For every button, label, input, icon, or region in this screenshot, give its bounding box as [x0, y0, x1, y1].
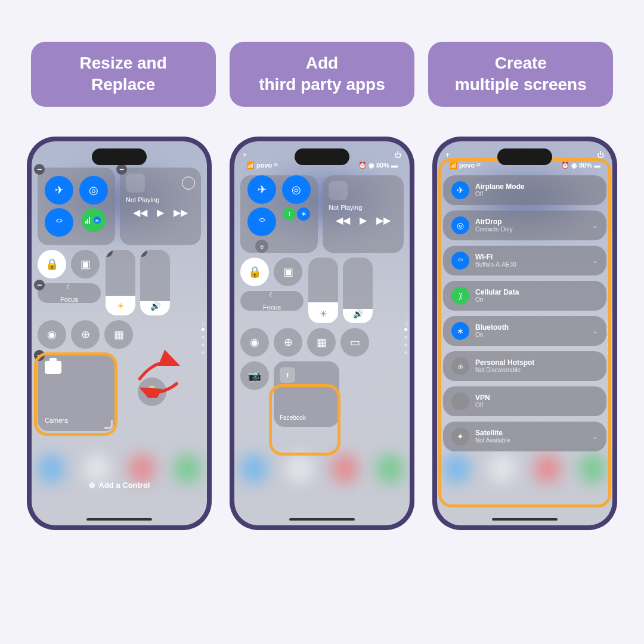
- airdrop-icon[interactable]: ◎: [79, 176, 108, 205]
- connectivity-tile[interactable]: − ✈ ◎ ⌔ ∗: [38, 168, 115, 245]
- airplane-icon[interactable]: ✈: [247, 175, 276, 204]
- status-right: ⏰ ◉ 80% ▬: [561, 162, 600, 169]
- row-title: Personal Hotspot: [475, 358, 598, 367]
- row-title: Wi-Fi: [475, 253, 586, 261]
- row-subtitle: Contacts Only: [475, 226, 586, 233]
- row-title: VPN: [475, 394, 598, 402]
- row-title: AirDrop: [475, 218, 586, 226]
- dynamic-island: [92, 148, 147, 165]
- row-title: Airplane Mode: [475, 182, 598, 191]
- dynamic-island: [295, 148, 349, 165]
- media-status-label: Not Playing: [329, 204, 398, 211]
- low-power-icon[interactable]: −🔋: [138, 377, 166, 406]
- cellular-bluetooth-icon[interactable]: ∗: [82, 208, 106, 232]
- phone-mockup-1: − ✈ ◎ ⌔ ∗ − Not Playin: [27, 137, 212, 530]
- facebook-icon: f: [280, 367, 295, 383]
- battery-icon[interactable]: ▭: [340, 328, 369, 357]
- row-icon: ✈: [451, 181, 469, 199]
- connectivity-row-personal-hotspot[interactable]: ⍟Personal HotspotNot Discoverable: [443, 351, 606, 381]
- page-indicator: ♡ ⟩⟩: [404, 312, 407, 354]
- moon-icon: ☾: [66, 283, 72, 291]
- row-subtitle: Off: [475, 402, 598, 408]
- facebook-tile[interactable]: f Facebook: [274, 361, 339, 427]
- play-icon[interactable]: ▶: [157, 207, 164, 218]
- connectivity-row-wi-fi[interactable]: ⌔Wi-FiBuffalo-A-AE30⌄: [443, 246, 606, 275]
- resize-handle-icon[interactable]: [104, 420, 113, 429]
- chevron-updown-icon: ⌄: [592, 327, 598, 335]
- connectivity-list: ✈Airplane ModeOff◎AirDropContacts Only⌄⌔…: [443, 175, 606, 451]
- heading-multiple-screens: Create multiple screens: [428, 42, 613, 107]
- camera-icon[interactable]: 📷: [240, 361, 269, 390]
- connectivity-tile[interactable]: ✈ ◎ ⌔ ⁞ ∗ ⍟: [240, 175, 318, 253]
- plus-icon: ⊕: [89, 481, 95, 490]
- airdrop-icon[interactable]: ◎: [282, 175, 311, 204]
- row-icon: ◎: [451, 216, 469, 234]
- forward-icon[interactable]: ▶▶: [174, 207, 188, 218]
- row-icon: ∗: [451, 322, 469, 340]
- hotspot-icon[interactable]: ⍟: [255, 240, 268, 253]
- rewind-icon[interactable]: ◀◀: [336, 215, 350, 226]
- add-control-button[interactable]: ⊕ Add a Control: [89, 481, 150, 490]
- connectivity-row-vpn[interactable]: VPNOff: [443, 386, 606, 416]
- row-icon: ⁒: [451, 287, 469, 305]
- heading-third-party: Add third party apps: [230, 42, 414, 107]
- heading-resize-replace: Resize and Replace: [31, 42, 216, 107]
- chevron-updown-icon: ⌄: [592, 256, 598, 265]
- rotation-lock-icon[interactable]: 🔒: [240, 258, 269, 286]
- row-icon: [451, 392, 469, 410]
- svg-rect-0: [85, 221, 86, 224]
- row-title: Cellular Data: [475, 288, 598, 296]
- focus-tile[interactable]: − ☾ Focus: [38, 283, 101, 303]
- remove-badge-icon[interactable]: −: [116, 164, 127, 175]
- screen-mirror-icon[interactable]: −▣: [71, 250, 100, 278]
- row-icon: ⍟: [451, 357, 469, 375]
- svg-text:∗: ∗: [95, 218, 100, 224]
- magnifier-icon[interactable]: ⊕: [274, 328, 302, 357]
- calculator-icon[interactable]: −▦: [104, 320, 133, 349]
- row-title: Satellite: [475, 429, 586, 437]
- page-indicator: ♡ ⟩⟩: [607, 312, 610, 354]
- magnifier-icon[interactable]: −⊕: [71, 320, 100, 349]
- row-icon: ✦: [451, 428, 469, 445]
- page-indicator: ♡ ⟩⟩: [202, 312, 205, 354]
- brightness-slider[interactable]: −☀: [106, 250, 135, 315]
- rewind-icon[interactable]: ◀◀: [133, 207, 147, 218]
- record-icon[interactable]: ◉: [240, 328, 269, 357]
- calculator-icon[interactable]: ▦: [307, 328, 336, 357]
- airplane-icon[interactable]: ✈: [45, 176, 73, 205]
- connectivity-row-cellular-data[interactable]: ⁒Cellular DataOn: [443, 281, 606, 311]
- remove-badge-icon[interactable]: −: [34, 164, 45, 175]
- connectivity-row-bluetooth[interactable]: ∗BluetoothOn⌄: [443, 316, 606, 346]
- volume-slider[interactable]: −🔊: [140, 250, 170, 315]
- status-left: 📶 povo ⌔: [246, 162, 278, 169]
- camera-icon: [45, 361, 61, 374]
- chevron-updown-icon: ⌄: [592, 432, 598, 441]
- volume-slider[interactable]: 🔊: [343, 258, 373, 323]
- rotation-lock-icon[interactable]: −🔒: [38, 250, 66, 278]
- status-left: 📶 povo ⌔: [449, 162, 481, 169]
- row-subtitle: Not Discoverable: [475, 367, 598, 373]
- record-icon[interactable]: −◉: [38, 320, 66, 349]
- connectivity-row-airdrop[interactable]: ◎AirDropContacts Only⌄: [443, 210, 606, 240]
- phone-mockup-2: + ⏻ 📶 povo ⌔ ⏰ ◉ 80% ▬ ✈ ◎ ⌔ ⁞ ∗: [230, 137, 414, 530]
- bluetooth-icon[interactable]: ∗: [297, 208, 310, 221]
- play-icon[interactable]: ▶: [360, 215, 367, 226]
- media-tile[interactable]: Not Playing ◀◀ ▶ ▶▶: [323, 175, 404, 253]
- phone-mockup-3: + ⏻ 📶 povo ⌔ ⏰ ◉ 80% ▬ ✈Airplane ModeOff…: [432, 137, 617, 530]
- airplay-icon[interactable]: [182, 177, 195, 190]
- chevron-updown-icon: ⌄: [592, 221, 598, 230]
- screen-mirror-icon[interactable]: ▣: [274, 258, 302, 286]
- media-tile[interactable]: − Not Playing ◀◀ ▶ ▶▶: [120, 168, 201, 245]
- row-subtitle: Off: [475, 191, 598, 197]
- camera-tile[interactable]: − Camera: [38, 354, 115, 431]
- forward-icon[interactable]: ▶▶: [376, 215, 391, 226]
- focus-tile[interactable]: ☾ Focus: [240, 291, 304, 311]
- connectivity-row-airplane-mode[interactable]: ✈Airplane ModeOff: [443, 175, 606, 205]
- media-status-label: Not Playing: [126, 196, 195, 203]
- dynamic-island: [497, 148, 552, 165]
- wifi-icon[interactable]: ⌔: [45, 208, 73, 237]
- wifi-icon[interactable]: ⌔: [247, 208, 276, 236]
- cellular-icon[interactable]: ⁞: [283, 208, 296, 221]
- brightness-slider[interactable]: ☀: [308, 258, 338, 323]
- connectivity-row-satellite[interactable]: ✦SatelliteNot Available⌄: [443, 422, 606, 451]
